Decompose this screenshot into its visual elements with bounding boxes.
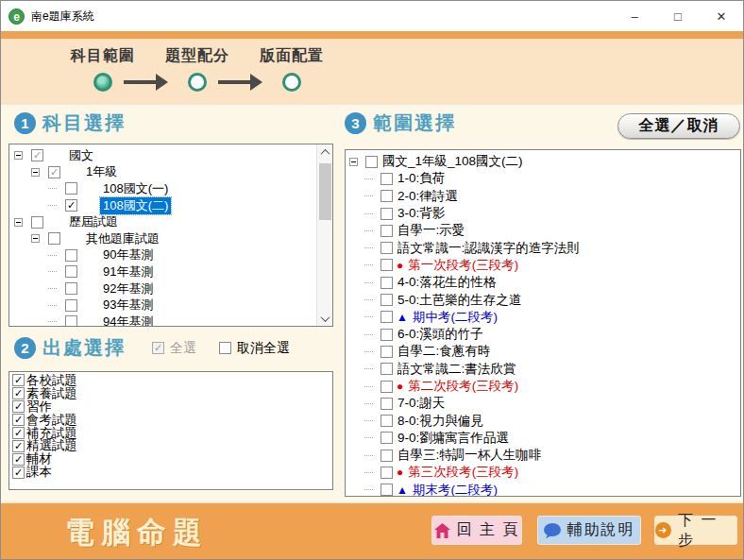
tree-node-label[interactable]: 108國文(一) (100, 180, 171, 197)
tree-row[interactable]: 3-0:背影 (346, 205, 740, 222)
tree-row[interactable]: 語文常識二:書法欣賞 (346, 361, 740, 378)
tree-checkbox[interactable]: ✓ (48, 166, 60, 178)
tree-row[interactable]: 9-0:劉墉寓言作品選 (346, 430, 740, 447)
tree-node-label[interactable]: 90年基測 (100, 246, 156, 263)
scroll-down-icon[interactable] (317, 311, 333, 326)
tree-checkbox[interactable] (31, 216, 43, 229)
tree-checkbox[interactable] (380, 467, 393, 479)
tree-checkbox[interactable] (65, 315, 77, 327)
tree-checkbox[interactable] (380, 294, 393, 306)
help-button[interactable]: 輔助說明 (537, 516, 641, 545)
tree-checkbox[interactable] (380, 363, 393, 375)
tree-node-label[interactable]: 期末考(二段考) (413, 482, 498, 497)
tree-node-label[interactable]: 9-0:劉墉寓言作品選 (397, 430, 509, 447)
tree-checkbox[interactable] (380, 225, 393, 237)
subject-tree-scrollbar[interactable] (316, 144, 332, 326)
tree-node-label[interactable]: 其他題庫試題 (83, 230, 162, 247)
tree-node-label[interactable]: 1年級 (83, 163, 120, 180)
close-button[interactable]: ✕ (700, 1, 743, 31)
tree-checkbox[interactable] (380, 415, 393, 427)
source-item-checkbox[interactable]: ✓ (12, 427, 25, 439)
tree-row[interactable]: 94年基測 (9, 314, 332, 327)
tree-checkbox[interactable] (380, 398, 393, 410)
tree-node-label[interactable]: 第三次段考(三段考) (408, 464, 518, 481)
tree-row[interactable]: 國文_1年級_108國文(二) (346, 153, 740, 170)
tree-node-label[interactable]: 第一次段考(三段考) (408, 257, 518, 274)
tree-node-label[interactable]: 國文 (66, 147, 96, 164)
tree-row[interactable]: ●第二次段考(三段考) (346, 378, 740, 395)
tree-checkbox[interactable] (65, 299, 77, 312)
tree-node-label[interactable]: 3-0:背影 (397, 205, 445, 222)
tree-node-label[interactable]: 自學三:特調一杯人生咖啡 (397, 447, 541, 464)
tree-checkbox[interactable] (380, 242, 393, 254)
tree-checkbox[interactable] (380, 432, 393, 444)
tree-row[interactable]: 90年基測 (9, 247, 332, 264)
tree-row[interactable]: ▲期末考(二段考) (346, 482, 740, 497)
tree-node-label[interactable]: 第二次段考(三段考) (408, 378, 518, 395)
tree-row[interactable]: 4-0:落花生的性格 (346, 274, 740, 291)
select-all-toggle-button[interactable]: 全選／取消 (617, 113, 740, 139)
tree-node-label[interactable]: 7-0:謝天 (397, 395, 445, 412)
tree-node-label[interactable]: 4-0:落花生的性格 (397, 274, 496, 291)
tree-expander-icon[interactable] (31, 168, 40, 177)
tree-node-label[interactable]: 期中考(二段考) (413, 309, 498, 326)
tree-row[interactable]: ●第三次段考(三段考) (346, 464, 740, 481)
tree-expander-icon[interactable] (14, 151, 23, 160)
tree-checkbox[interactable] (365, 156, 378, 168)
source-item-checkbox[interactable]: ✓ (12, 467, 25, 479)
tree-checkbox[interactable] (65, 182, 77, 195)
tree-row[interactable]: 6-0:溪頭的竹子 (346, 326, 740, 343)
deselect-all-checkbox[interactable] (219, 342, 231, 354)
maximize-button[interactable]: □ (656, 1, 700, 31)
tree-row[interactable]: 7-0:謝天 (346, 395, 740, 412)
tree-node-label[interactable]: 語文常識二:書法欣賞 (397, 361, 516, 378)
tree-node-label[interactable]: 語文常識一:認識漢字的造字法則 (397, 240, 580, 257)
tree-node-label[interactable]: 6-0:溪頭的竹子 (397, 326, 483, 343)
tree-row[interactable]: 語文常識一:認識漢字的造字法則 (346, 239, 740, 256)
tree-row[interactable]: 其他題庫試題 (9, 230, 332, 247)
tree-node-label[interactable]: 2-0:律詩選 (397, 188, 458, 205)
tree-row[interactable]: 5-0:土芭樂的生存之道 (346, 291, 740, 308)
tree-node-label[interactable]: 94年基測 (100, 314, 156, 327)
tree-node-label[interactable]: 108國文(二) (100, 197, 171, 214)
tree-row[interactable]: 自學二:食蔥有時 (346, 343, 740, 360)
tree-row[interactable]: 93年基測 (9, 297, 332, 314)
tree-expander-icon[interactable] (14, 218, 23, 227)
tree-checkbox[interactable] (380, 346, 393, 358)
tree-row[interactable]: 2-0:律詩選 (346, 188, 740, 205)
tree-expander-icon[interactable] (349, 158, 358, 166)
source-item-checkbox[interactable]: ✓ (12, 440, 25, 452)
tree-row[interactable]: ✓國文 (9, 147, 332, 164)
source-list-item[interactable]: ✓素養試題 (9, 387, 332, 400)
tree-node-label[interactable]: 93年基測 (100, 297, 156, 314)
tree-row[interactable]: 91年基測 (9, 263, 332, 280)
tree-checkbox[interactable] (65, 282, 77, 295)
scrollbar-thumb[interactable] (319, 163, 331, 220)
tree-row[interactable]: ▲期中考(二段考) (346, 309, 740, 326)
source-item-checkbox[interactable]: ✓ (12, 387, 25, 399)
source-item-checkbox[interactable]: ✓ (12, 414, 25, 426)
tree-row[interactable]: 8-0:視力與偏見 (346, 412, 740, 429)
tree-checkbox[interactable] (380, 311, 393, 323)
tree-row[interactable]: 歷屆試題 (9, 213, 332, 230)
tree-checkbox[interactable] (380, 450, 393, 462)
tree-checkbox[interactable] (380, 381, 393, 393)
tree-row[interactable]: 自學三:特調一杯人生咖啡 (346, 447, 740, 464)
tree-node-label[interactable]: 歷屆試題 (66, 213, 121, 230)
select-all-checkbox[interactable]: ✓ (152, 342, 164, 354)
source-item-checkbox[interactable]: ✓ (12, 453, 25, 466)
tree-node-label[interactable]: 8-0:視力與偏見 (397, 413, 483, 430)
home-button[interactable]: 回 主 頁 (431, 516, 522, 545)
tree-checkbox[interactable] (380, 190, 393, 202)
tree-row[interactable]: ●第一次段考(三段考) (346, 257, 740, 274)
tree-node-label[interactable]: 1-0:負荷 (397, 170, 445, 187)
tree-expander-icon[interactable] (31, 234, 40, 243)
tree-checkbox[interactable] (380, 259, 393, 271)
tree-row[interactable]: 92年基測 (9, 280, 332, 297)
tree-row[interactable]: 自學一:示愛 (346, 222, 740, 239)
tree-checkbox[interactable] (48, 232, 60, 245)
tree-node-label[interactable]: 自學一:示愛 (397, 222, 465, 239)
scroll-up-icon[interactable] (317, 144, 333, 160)
tree-checkbox[interactable] (380, 277, 393, 289)
tree-checkbox[interactable] (65, 249, 77, 262)
